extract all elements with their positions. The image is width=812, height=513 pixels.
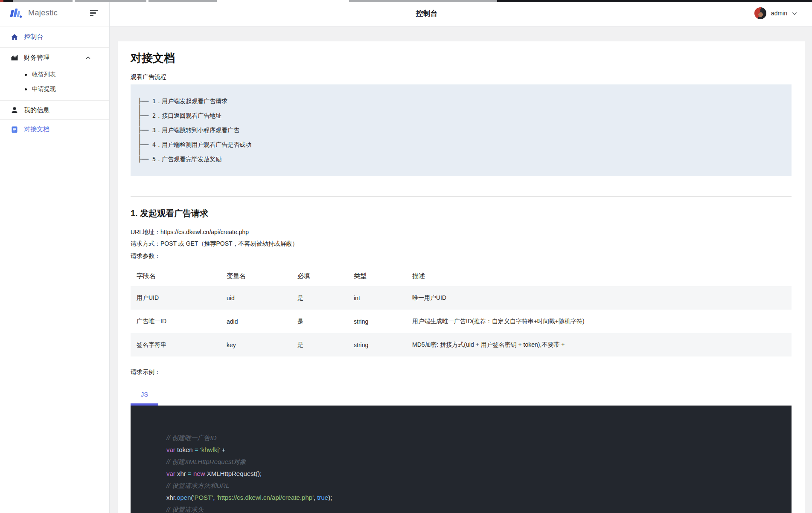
table-cell: adid	[221, 310, 291, 333]
user-name: admin	[771, 10, 787, 17]
sidebar-item-label: 我的信息	[24, 106, 49, 114]
avatar	[754, 7, 766, 19]
sidebar-subitem-label: 申请提现	[32, 85, 56, 93]
sidebar: Majestic 控制台	[0, 0, 110, 513]
sidebar-item-label: 财务管理	[24, 54, 49, 62]
brand-name: Majestic	[28, 9, 58, 17]
section-heading: 1. 发起观看广告请求	[131, 207, 792, 219]
code-block: JS // 创建唯一广告IDvar token = 'khwlkj' +// 创…	[131, 384, 792, 513]
table-cell: uid	[221, 286, 291, 310]
document-icon	[11, 126, 18, 133]
code-line: var token = 'khwlkj' +	[166, 444, 783, 456]
home-icon	[11, 33, 18, 41]
table-cell: 用户UID	[131, 286, 221, 310]
table-cell: 广告唯一ID	[131, 310, 221, 333]
tab-js[interactable]: JS	[131, 384, 158, 404]
request-method-line: 请求方式：POST 或 GET（推荐POST，不容易被劫持或屏蔽）	[131, 239, 792, 248]
doc-title: 对接文档	[131, 51, 792, 65]
chevron-up-icon	[86, 56, 90, 59]
table-header-cell: 必填	[291, 266, 348, 286]
user-menu[interactable]: admin	[754, 0, 797, 26]
table-header-cell: 字段名	[131, 266, 221, 286]
sidebar-item-console[interactable]: 控制台	[0, 26, 109, 47]
page-title: 控制台	[416, 0, 438, 26]
content-column: 控制台 admin 对接文档 观看广告流程 ├── 1．用户端发起观看广告请求 …	[110, 0, 812, 513]
table-cell: 是	[291, 286, 348, 310]
doc-card: 对接文档 观看广告流程 ├── 1．用户端发起观看广告请求 │ ├── 2．接口…	[118, 41, 805, 513]
sidebar-collapse-button[interactable]	[90, 10, 99, 16]
table-header-cell: 描述	[406, 266, 792, 286]
table-row: 用户UIDuid是int唯一用户UID	[131, 286, 792, 310]
chevron-down-icon	[792, 9, 797, 17]
section-divider	[131, 197, 792, 197]
area-chart-icon	[11, 54, 18, 61]
table-cell: 是	[291, 333, 348, 356]
table-cell: 是	[291, 310, 348, 333]
flow-label: 观看广告流程	[131, 72, 792, 81]
sidebar-item-label: 控制台	[24, 33, 43, 41]
table-cell: key	[221, 333, 291, 356]
sidebar-item-label: 对接文档	[24, 125, 49, 133]
top-header: 控制台 admin	[110, 0, 812, 26]
sidebar-item-finance[interactable]: 财务管理	[0, 48, 109, 67]
tab-active-indicator	[131, 403, 158, 406]
table-cell: MD5加密: 拼接方式(uid + 用户签名密钥 + token),不要带 +	[406, 333, 792, 356]
api-url-line: URL地址：https://cs.dkewl.cn/api/create.php	[131, 227, 792, 237]
table-header-cell: 变量名	[221, 266, 291, 286]
bullet-icon	[25, 88, 27, 90]
code-line: // 设置请求方法和URL	[166, 480, 783, 492]
code-line: // 创建XMLHttpRequest对象	[166, 456, 783, 468]
params-table: 字段名变量名必填类型描述 用户UIDuid是int唯一用户UID广告唯一IDad…	[131, 266, 792, 356]
sidebar-item-profile[interactable]: 我的信息	[0, 101, 109, 119]
code-tabbar: JS	[131, 384, 792, 406]
table-row: 签名字符串key是stringMD5加密: 拼接方式(uid + 用户签名密钥 …	[131, 333, 792, 356]
example-label: 请求示例：	[131, 367, 792, 377]
table-header-cell: 类型	[348, 266, 406, 286]
main-area: 对接文档 观看广告流程 ├── 1．用户端发起观看广告请求 │ ├── 2．接口…	[110, 26, 812, 513]
table-cell: string	[348, 333, 406, 356]
table-cell: 唯一用户UID	[406, 286, 792, 310]
table-header-row: 字段名变量名必填类型描述	[131, 266, 792, 286]
sidebar-subitem-withdraw[interactable]: 申请提现	[0, 82, 109, 96]
params-label: 请求参数：	[131, 251, 792, 261]
table-row: 广告唯一IDadid是string用户端生成唯一广告ID(推荐：自定义自字符串+…	[131, 310, 792, 333]
sidebar-logo-row: Majestic	[0, 0, 109, 26]
code-sample: // 创建唯一广告IDvar token = 'khwlkj' +// 创建XM…	[131, 406, 792, 513]
table-cell: 用户端生成唯一广告ID(推荐：自定义自字符串+时间戳+随机字符)	[406, 310, 792, 333]
sidebar-nav: 控制台 财务管理 收益列表	[0, 26, 109, 139]
hamburger-icon	[90, 10, 98, 11]
table-cell: string	[348, 310, 406, 333]
flow-diagram: ├── 1．用户端发起观看广告请求 │ ├── 2．接口返回观看广告地址 │ ├…	[131, 84, 792, 176]
sidebar-item-docs[interactable]: 对接文档	[0, 119, 109, 139]
sidebar-subitem-label: 收益列表	[32, 71, 56, 78]
app-root: Majestic 控制台	[0, 0, 812, 513]
sidebar-group-finance: 财务管理 收益列表 申请提现	[0, 47, 109, 101]
table-cell: 签名字符串	[131, 333, 221, 356]
code-line: // 创建唯一广告ID	[166, 432, 783, 444]
code-line: // 设置请求头	[166, 504, 783, 513]
code-line: xhr.open('POST', 'https://cs.dkewl.cn/ap…	[166, 492, 783, 504]
brand-logo: Majestic	[9, 8, 58, 19]
sidebar-subitem-revenue-list[interactable]: 收益列表	[0, 67, 109, 82]
code-line: var xhr = new XMLHttpRequest();	[166, 468, 783, 480]
user-icon	[11, 106, 18, 114]
table-cell: int	[348, 286, 406, 310]
brand-logo-icon	[9, 8, 23, 19]
bullet-icon	[25, 74, 27, 76]
